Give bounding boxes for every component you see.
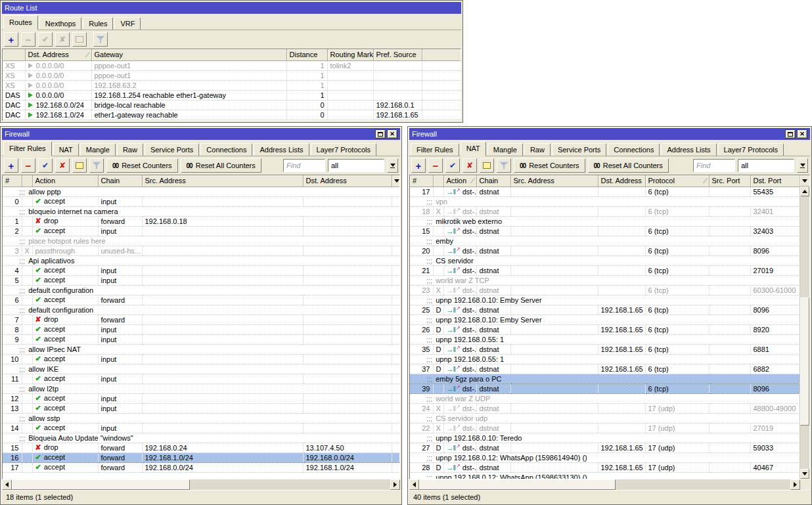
remove-button[interactable]: −	[21, 32, 35, 47]
comment-row[interactable]: ;;;default configuration	[3, 305, 400, 315]
scroll-up-button[interactable]	[800, 187, 809, 196]
tab-filter-rules[interactable]: Filter Rules	[3, 141, 52, 156]
disable-button[interactable]: ✘	[55, 32, 70, 47]
column-action[interactable]: Action	[32, 175, 98, 187]
route-row[interactable]: XS0.0.0.0/0192.168.63.21	[3, 80, 461, 90]
route-row[interactable]: DAC192.168.1.0/24ether1-gateway reachabl…	[3, 110, 461, 120]
add-button[interactable]: +	[4, 32, 18, 47]
tab-raw[interactable]: Raw	[117, 143, 143, 156]
comment-row[interactable]: ;;;world war Z UDP	[410, 393, 801, 403]
comment-row[interactable]: ;;;allow IKE	[3, 364, 400, 374]
column-dst-address[interactable]: Dst. Address	[303, 175, 392, 187]
comment-button[interactable]	[72, 32, 87, 47]
comment-row[interactable]: ;;;upnp 192.168.0.12: WhatsApp (15986331…	[410, 472, 801, 479]
scroll-right-button[interactable]	[390, 479, 400, 490]
maximize-button[interactable]	[785, 129, 796, 139]
close-button[interactable]: ✕	[387, 129, 397, 139]
firewall-filter-titlebar[interactable]: Firewall ✕	[2, 128, 400, 140]
route-list-titlebar[interactable]: Route List	[2, 2, 461, 14]
column-src-port[interactable]: Src. Port	[709, 175, 750, 187]
chain-filter-select[interactable]: all	[328, 159, 384, 172]
column-protocol[interactable]: Protocol∕	[645, 175, 709, 187]
scrollbar-thumb[interactable]	[419, 479, 616, 490]
scroll-left-button[interactable]	[409, 479, 419, 490]
comment-row[interactable]: ;;;upnp 192.168.0.55: 1	[410, 354, 801, 364]
column-flags[interactable]	[3, 49, 25, 60]
tab-nat[interactable]: NAT	[461, 141, 486, 156]
rule-row[interactable]: 0✔acceptinput	[3, 196, 400, 206]
column-src-address[interactable]: Src. Address	[510, 175, 598, 187]
rule-row[interactable]: 17→‖↗dst-...dstnat6 (tcp)55435	[410, 187, 801, 196]
rule-row[interactable]: 12✔acceptinput	[3, 393, 400, 403]
column-flags[interactable]	[433, 175, 443, 187]
tab-mangle[interactable]: Mangle	[487, 143, 523, 156]
rule-row[interactable]: 18X→‖↗dst-...dstnat6 (tcp)32401	[410, 206, 801, 216]
disable-button[interactable]: ✘	[55, 158, 70, 173]
scroll-left-button[interactable]	[2, 479, 12, 490]
rule-row[interactable]: 2✔acceptinput	[3, 226, 400, 236]
column-filter-button[interactable]	[392, 175, 400, 187]
comment-row[interactable]: ;;;upnp 192.168.0.55: 1	[410, 334, 801, 344]
column-routing-mark[interactable]: Routing Mark	[327, 49, 373, 60]
tab-mangle[interactable]: Mangle	[80, 143, 116, 156]
chain-filter-select[interactable]: all	[738, 159, 794, 172]
rule-row[interactable]: 1✘dropforward192.168.0.18	[3, 216, 400, 226]
comment-row[interactable]: ;;;allow pptp	[3, 187, 400, 196]
tab-nat[interactable]: NAT	[53, 143, 79, 156]
tab-connections[interactable]: Connections	[200, 143, 252, 156]
route-row[interactable]: DAS0.0.0.0/0192.168.1.254 reachable ethe…	[3, 90, 461, 100]
comment-row[interactable]: ;;;allow IPsec NAT	[3, 344, 400, 354]
enable-button[interactable]: ✔	[38, 158, 53, 173]
column-number[interactable]: #	[410, 175, 433, 187]
rule-row[interactable]: 17✔acceptforward192.168.0.0/24192.168.1.…	[3, 462, 400, 472]
comment-row[interactable]: ;;;CS servidor udp	[410, 413, 801, 423]
rule-row[interactable]: 5✔acceptinput	[3, 275, 400, 285]
firewall-nat-titlebar[interactable]: Firewall ✕	[409, 128, 810, 140]
disable-button[interactable]: ✘	[462, 158, 477, 173]
tab-service-ports[interactable]: Service Ports	[552, 143, 606, 156]
column-filter-button[interactable]	[800, 175, 809, 187]
tab-address-lists[interactable]: Address Lists	[661, 143, 716, 156]
rule-row[interactable]: 25D→‖↗dst-...dstnat192.168.1.656 (tcp)80…	[410, 305, 801, 315]
scroll-right-button[interactable]	[790, 479, 800, 490]
comment-row[interactable]: ;;;bloqueio internet na camera	[3, 206, 400, 216]
dropdown-button[interactable]	[387, 158, 398, 173]
comment-row[interactable]: ;;;upnp 192.168.0.10: Emby Server	[410, 295, 801, 305]
rule-row[interactable]: 27D→‖↗dst-...dstnat192.168.1.6517 (udp)5…	[410, 443, 801, 452]
rule-row[interactable]: 14✔acceptinput	[3, 423, 400, 433]
comment-row[interactable]: ;;;mikrotik web externo	[410, 216, 801, 226]
rule-row[interactable]: 21→‖↗dst-...dstnat6 (tcp)27019	[410, 265, 801, 275]
tab-raw[interactable]: Raw	[524, 143, 551, 156]
column-dst-port[interactable]: Dst. Port	[750, 175, 801, 187]
rule-row[interactable]: 6✔acceptforward	[3, 295, 400, 305]
comment-row[interactable]: ;;;Bloqueia Auto Update "windows"	[3, 433, 400, 443]
route-row[interactable]: DAC192.168.0.0/24bridge-local reachable0…	[3, 100, 461, 110]
tab-layer7-protocols[interactable]: Layer7 Protocols	[718, 143, 784, 156]
comment-row[interactable]: ;;;CS servidor	[410, 255, 801, 265]
column-pref-source[interactable]: Pref. Source	[373, 49, 422, 60]
column-dst-address[interactable]: Dst. Address	[598, 175, 645, 187]
comment-row[interactable]: ;;;emby 5gz para o PC	[410, 374, 801, 384]
tab-routes[interactable]: Routes	[3, 15, 38, 30]
scroll-down-button[interactable]	[800, 469, 809, 479]
tab-address-lists[interactable]: Address Lists	[254, 143, 309, 156]
filter-button[interactable]	[93, 32, 108, 47]
rule-row[interactable]: 13✔acceptinput	[3, 403, 400, 413]
rule-row[interactable]: 11✔acceptinput	[3, 374, 400, 384]
enable-button[interactable]: ✔	[38, 32, 53, 47]
reset-counters-button[interactable]: 00Reset Counters	[514, 158, 585, 173]
horizontal-scrollbar[interactable]	[409, 479, 800, 490]
comment-row[interactable]: ;;;place hotspot rules here	[3, 236, 400, 246]
column-chain[interactable]: Chain	[98, 175, 142, 187]
rule-row[interactable]: 20→‖↗dst-...dstnat6 (tcp)8096	[410, 246, 801, 255]
rule-row[interactable]: 28D→‖↗dst-...dstnat192.168.1.6517 (udp)4…	[410, 462, 801, 472]
comment-row[interactable]: ;;;default configuration	[3, 285, 400, 295]
rule-row[interactable]: 15→‖↗dst-...dstnat6 (tcp)32403	[410, 226, 801, 236]
add-button[interactable]: +	[411, 158, 426, 173]
reset-all-counters-button[interactable]: 00Reset All Counters	[588, 158, 669, 173]
add-button[interactable]: +	[4, 158, 18, 173]
rule-row[interactable]: 23X→‖↗dst-...dstnat6 (tcp)60300-61000	[410, 285, 801, 295]
remove-button[interactable]: −	[21, 158, 35, 173]
rule-row[interactable]: 10✔acceptinput	[3, 354, 400, 364]
find-input[interactable]	[283, 159, 325, 172]
